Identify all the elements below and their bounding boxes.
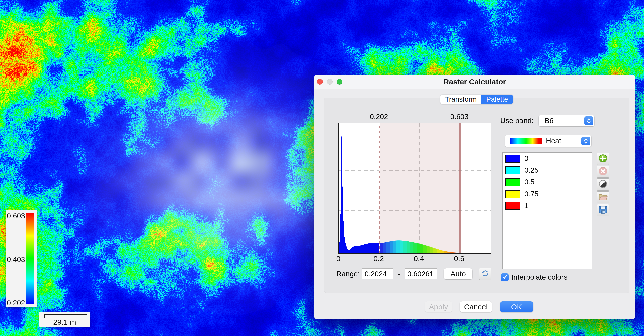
histogram-selection[interactable] [380,123,460,253]
band-select-value: B6 [545,117,584,125]
legend-gradient-bar [26,213,34,304]
x-axis-tick: 0.4 [404,254,434,263]
palette-color-label: 0 [524,154,528,163]
save-palette-button[interactable] [597,204,609,216]
palette-color-swatch [505,190,520,198]
save-icon [598,205,608,215]
remove-color-button[interactable] [597,166,609,178]
palette-listbox[interactable]: 00.250.50.751 [502,152,592,269]
legend-mid-label: 0.403 [7,255,25,264]
palette-list-item[interactable]: 0.5 [503,176,592,188]
selection-start-handle[interactable] [379,123,380,253]
refresh-icon [481,269,489,278]
tab-bar: Transform Palette [440,95,513,104]
screen: 0.603 0.403 0.202 29.1 m Raster Calculat… [0,0,644,336]
apply-button[interactable]: Apply [425,301,452,312]
legend-max-label: 0.603 [7,212,25,220]
legend-min-label: 0.202 [7,299,25,307]
range-separator: - [397,268,401,279]
palette-color-label: 1 [524,202,528,210]
range-max-input[interactable] [405,268,437,279]
x-axis-tick: 0 [323,254,353,263]
contrast-button[interactable] [597,178,609,191]
scalebar-label: 29.1 m [39,318,90,326]
palette-list-item[interactable]: 1 [503,200,592,212]
settings-panel: 0.202 0.603 0 0.2 0.4 0.6 Range: [324,98,629,293]
palette-color-swatch [505,166,520,174]
palette-color-swatch [505,178,520,186]
cancel-button[interactable]: Cancel [460,301,492,312]
open-palette-button[interactable] [597,191,609,203]
folder-icon [598,192,608,202]
selection-end-label: 0.603 [439,113,479,121]
palette-color-label: 0.75 [524,190,538,198]
dialog-titlebar[interactable]: Raster Calculator [314,75,635,89]
selection-end-handle[interactable] [459,123,461,253]
dialog-title: Raster Calculator [314,75,635,89]
refresh-button[interactable] [479,268,491,280]
map-legend: 0.603 0.403 0.202 [6,210,37,307]
chevron-updown-icon [581,137,590,145]
selection-start-label: 0.202 [359,113,399,121]
palette-list-item[interactable]: 0.25 [503,164,592,176]
histogram-plot [338,123,491,254]
interpolate-label: Interpolate colors [511,273,567,281]
band-select[interactable]: B6 [539,115,594,126]
chevron-updown-icon [584,116,593,125]
tab-transform[interactable]: Transform [440,95,481,104]
range-label: Range: [336,268,360,279]
map-scalebar: 29.1 m [39,312,90,327]
checkmark-icon [502,274,508,281]
plus-icon [598,154,608,164]
x-axis-tick: 0.6 [444,254,474,263]
palette-color-label: 0.25 [524,166,538,174]
raster-calculator-dialog: Raster Calculator Transform Palette 0.20… [314,75,635,319]
palette-list-item[interactable]: 0 [503,153,592,164]
palette-color-swatch [505,202,520,210]
palette-select-value: Heat [546,137,581,145]
x-axis-tick: 0.2 [364,254,394,263]
delete-icon [598,167,608,177]
palette-select[interactable]: Heat [505,135,591,147]
palette-list-item[interactable]: 0.75 [503,188,592,200]
contrast-icon [598,179,608,190]
palette-gradient-swatch [510,138,542,144]
add-color-button[interactable] [597,153,609,165]
interpolate-checkbox[interactable] [501,273,509,281]
palette-color-swatch [505,155,520,163]
tab-palette[interactable]: Palette [481,95,513,104]
palette-color-label: 0.5 [524,178,534,186]
range-min-input[interactable] [362,268,393,279]
ok-button[interactable]: OK [500,301,533,312]
auto-button[interactable]: Auto [444,268,472,279]
